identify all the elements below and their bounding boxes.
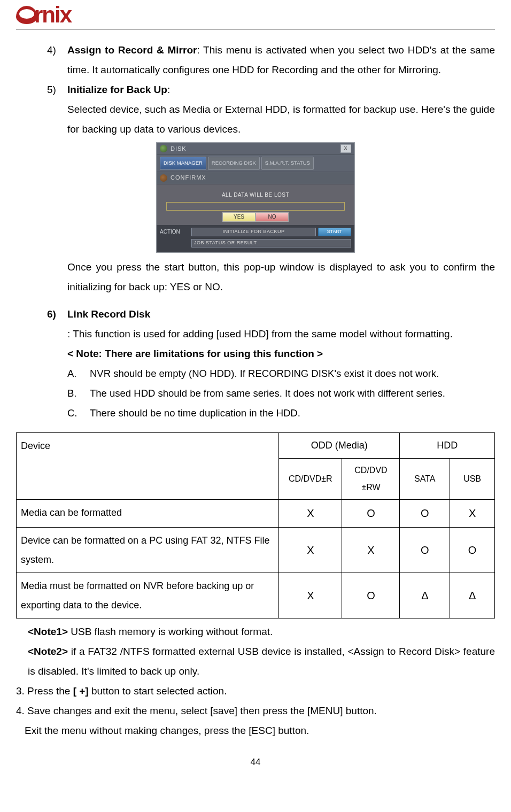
logo-swoosh-icon: [16, 6, 37, 24]
list-body: Initialize for Back Up:: [63, 80, 495, 99]
sub-c: C. There should be no time duplication i…: [67, 403, 495, 423]
warning-text: ALL DATA WILL BE LOST: [160, 190, 351, 200]
tab-recording-disk[interactable]: RECORDING DISK: [208, 157, 260, 170]
action-field[interactable]: INITIALIZE FOR BACKUP: [191, 228, 316, 236]
sub-b: B. The used HDD should be from same seri…: [67, 383, 495, 403]
col-device: Device: [17, 432, 279, 499]
close-icon[interactable]: X: [340, 144, 351, 153]
yes-button[interactable]: YES: [222, 212, 255, 222]
list-body: Link Record Disk: [63, 304, 495, 324]
disk-icon: [160, 145, 167, 152]
header-rule: [16, 29, 495, 29]
dialog-footer: ACTION INITIALIZE FOR BACKUP START JOB S…: [157, 225, 354, 252]
table-row: Media can be formatted X O O X: [17, 500, 495, 528]
note2: <Note2> if a FAT32 /NTFS formatted exter…: [16, 641, 495, 681]
step-4: 4. Save changes and exit the menu, selec…: [16, 701, 495, 721]
table-row: Media must be formatted on NVR before ba…: [17, 573, 495, 618]
subcol-cddvdrw: CD/DVD ±RW: [342, 459, 400, 500]
note-sublist: A. NVR should be empty (NO HDD). If RECO…: [16, 364, 495, 423]
tab-disk-manager[interactable]: DISK MANAGER: [160, 157, 206, 170]
col-odd: ODD (Media): [279, 432, 400, 458]
list-body: Assign to Record & Mirror: This menu is …: [63, 40, 495, 80]
dialog-confirm-bar: CONFIRM X: [157, 172, 354, 184]
dialog-titlebar: DISK X: [157, 143, 354, 154]
step-4b: Exit the menu without making changes, pr…: [16, 721, 495, 740]
no-button[interactable]: NO: [255, 212, 289, 222]
dialog-body: ALL DATA WILL BE LOST YES NO: [157, 184, 354, 226]
close-icon[interactable]: X: [202, 172, 206, 183]
item-6-note-title: < Note: There are limitations for using …: [16, 344, 495, 364]
subcol-usb: USB: [450, 459, 495, 500]
tab-smart-status[interactable]: S.M.A.R.T. STATUS: [261, 157, 314, 170]
confirm-icon: [160, 174, 167, 182]
sub-a: A. NVR should be empty (NO HDD). If RECO…: [67, 364, 495, 383]
list-item-6: 6) Link Record Disk: [16, 304, 495, 324]
logo-text: rnix: [34, 2, 71, 28]
dialog-title: DISK: [171, 143, 187, 154]
item-6-title: Link Record Disk: [67, 308, 150, 320]
disk-dialog-screenshot: DISK X DISK MANAGER RECORDING DISK S.M.A…: [156, 142, 355, 253]
col-hdd: HDD: [400, 432, 495, 458]
table-row: Device can be formatted on a PC using FA…: [17, 528, 495, 573]
list-number: 5): [16, 80, 63, 99]
item-5-body2: Once you press the start button, this po…: [16, 257, 495, 297]
item-4-title: Assign to Record & Mirror: [67, 44, 197, 56]
brand-logo: rnix: [16, 0, 495, 29]
confirm-label: CONFIRM: [171, 172, 202, 183]
list-item-5: 5) Initialize for Back Up:: [16, 80, 495, 99]
item-5-title: Initialize for Back Up: [67, 84, 167, 95]
dialog-tabs: DISK MANAGER RECORDING DISK S.M.A.R.T. S…: [157, 154, 354, 172]
step-3: 3. Press the [ +] button to start select…: [16, 681, 495, 701]
subcol-sata: SATA: [400, 459, 450, 500]
list-number: 6): [16, 304, 63, 324]
progress-bar: [166, 202, 345, 211]
yes-no-group: YES NO: [166, 212, 345, 222]
action-label: ACTION: [160, 227, 189, 237]
start-button[interactable]: START: [318, 228, 351, 236]
device-capability-table: Device ODD (Media) HDD CD/DVD±R CD/DVD ±…: [16, 432, 495, 618]
note1: <Note1> USB flash memory is working with…: [16, 622, 495, 641]
subcol-cddvdr: CD/DVD±R: [279, 459, 342, 500]
item-5-body1: Selected device, such as Media or Extern…: [16, 99, 495, 139]
page-number: 44: [16, 753, 495, 771]
job-status-field: JOB STATUS OR RESULT: [191, 239, 351, 248]
list-item-4: 4) Assign to Record & Mirror: This menu …: [16, 40, 495, 80]
list-number: 4): [16, 40, 63, 80]
item-6-body: : This function is used for adding [used…: [16, 324, 495, 344]
